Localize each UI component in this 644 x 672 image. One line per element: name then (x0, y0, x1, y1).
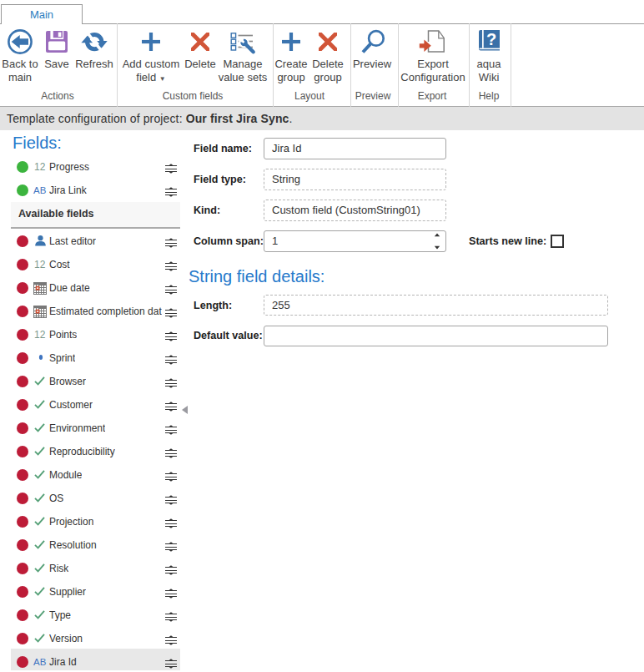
svg-text:?: ? (486, 30, 496, 48)
